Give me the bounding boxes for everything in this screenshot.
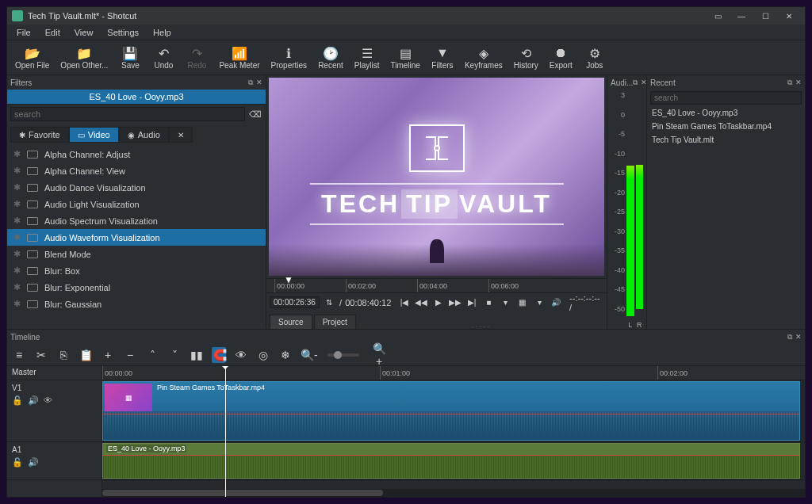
skip-start-button[interactable]: |◀ — [397, 296, 411, 310]
chip-video[interactable]: ▭Video — [69, 127, 119, 143]
lock-icon[interactable]: 🔓 — [12, 395, 23, 406]
recent-search-input[interactable] — [650, 91, 802, 105]
skip-end-button[interactable]: ▶| — [465, 296, 478, 310]
lock-icon[interactable]: 🔓 — [12, 457, 23, 468]
track-v1[interactable]: ▦Pin Steam Games ToTaskbar.mp4 — [102, 380, 805, 442]
snap-icon[interactable]: 🧲 — [212, 347, 226, 363]
preview-ruler[interactable]: ▼ 00:00:00 00:02:00 00:04:00 00:06:00 — [266, 278, 607, 292]
menu-view[interactable]: View — [68, 26, 100, 39]
filter-item[interactable]: ✱Alpha Channel: View — [7, 162, 266, 179]
filter-item[interactable]: ✱Blur: Exponential — [7, 279, 266, 296]
tc-stepper[interactable]: ⇅ — [323, 296, 336, 310]
timeline-scrollbar[interactable] — [102, 489, 805, 497]
rewind-button[interactable]: ◀◀ — [415, 296, 428, 310]
clear-search-icon[interactable]: ⌫ — [248, 107, 262, 121]
volume-button[interactable]: 🔊 — [550, 296, 563, 310]
timeline-button[interactable]: ▤Timeline — [386, 44, 425, 71]
star-icon[interactable]: ✱ — [13, 299, 21, 309]
close-button[interactable]: ✕ — [778, 9, 800, 23]
grid-button[interactable]: ▦ — [515, 296, 529, 310]
chip-favorite[interactable]: ✱Favorite — [10, 127, 69, 143]
recent-item[interactable]: Pin Steam Games ToTaskbar.mp4 — [647, 120, 805, 133]
filter-item[interactable]: ✱Audio Waveform Visualization — [7, 229, 266, 246]
track-header-a1[interactable]: A1🔓🔊 — [7, 442, 102, 480]
speaker-icon[interactable]: 🔊 — [28, 395, 39, 406]
timeline-ruler[interactable]: 00:00:0000:01:0000:02:00 — [102, 366, 805, 380]
filter-item[interactable]: ✱Audio Spectrum Visualization — [7, 212, 266, 229]
star-icon[interactable]: ✱ — [13, 232, 21, 242]
open-file-button[interactable]: 📂Open File — [10, 44, 54, 71]
copy-icon[interactable]: ⎘ — [56, 349, 71, 361]
minimize-button[interactable]: — — [730, 9, 753, 23]
tray-button[interactable]: ▭ — [707, 9, 729, 23]
panel-close-icon[interactable]: ✕ — [795, 78, 802, 87]
properties-button[interactable]: ℹProperties — [266, 44, 312, 71]
maximize-button[interactable]: ☐ — [754, 9, 776, 23]
menu-icon[interactable]: ≡ — [12, 349, 26, 361]
filter-item[interactable]: ✱Audio Light Visualization — [7, 196, 266, 212]
filter-list[interactable]: ✱Alpha Channel: Adjust✱Alpha Channel: Vi… — [7, 146, 266, 329]
star-icon[interactable]: ✱ — [13, 216, 21, 226]
filter-search-input[interactable] — [10, 107, 245, 121]
panel-close-icon[interactable]: ✕ — [795, 333, 802, 342]
audio-clip[interactable]: ES_40 Love - Ooyy.mp3 — [102, 443, 800, 479]
resize-handle[interactable]: . . . . . — [358, 321, 603, 329]
zoom-out-icon[interactable]: 🔍- — [301, 349, 315, 361]
ripple-icon[interactable]: ◎ — [256, 349, 270, 361]
menu-settings[interactable]: Settings — [101, 26, 145, 39]
menu-edit[interactable]: Edit — [39, 26, 67, 39]
grid-dropdown[interactable]: ▾ — [533, 296, 546, 310]
star-icon[interactable]: ✱ — [13, 249, 21, 259]
track-a1[interactable]: ES_40 Love - Ooyy.mp3 — [102, 442, 805, 480]
keyframes-button[interactable]: ◈Keyframes — [460, 44, 508, 71]
ripple-all-icon[interactable]: ❄ — [278, 349, 293, 361]
play-button[interactable]: ▶ — [431, 296, 445, 310]
filter-item[interactable]: ✱Blur: Box — [7, 262, 266, 279]
zoom-dropdown[interactable]: ▾ — [499, 296, 512, 310]
lift-icon[interactable]: ˄ — [145, 349, 159, 361]
tab-project[interactable]: Project — [314, 315, 356, 329]
overwrite-icon[interactable]: ˅ — [167, 349, 182, 361]
history-button[interactable]: ⟲History — [509, 44, 543, 71]
undo-button[interactable]: ↶Undo — [147, 44, 179, 71]
recent-item[interactable]: Tech Tip Vault.mlt — [647, 133, 805, 147]
stop-button[interactable]: ■ — [482, 296, 496, 310]
recent-button[interactable]: 🕑Recent — [313, 44, 348, 71]
panel-float-icon[interactable]: ⧉ — [248, 78, 253, 87]
open-other--button[interactable]: 📁Open Other... — [56, 44, 113, 71]
chip-close[interactable]: ✕ — [169, 127, 193, 143]
export-button[interactable]: ⏺Export — [545, 44, 577, 71]
jobs-button[interactable]: ⚙Jobs — [579, 44, 611, 71]
master-header[interactable]: Master — [7, 366, 102, 380]
split-icon[interactable]: ▮▮ — [190, 349, 204, 361]
star-icon[interactable]: ✱ — [13, 199, 21, 209]
chip-audio[interactable]: ◉Audio — [119, 127, 169, 143]
recent-item[interactable]: ES_40 Love - Ooyy.mp3 — [647, 106, 805, 120]
timeline-playhead[interactable] — [225, 366, 226, 497]
panel-float-icon[interactable]: ⧉ — [633, 78, 638, 87]
remove-icon[interactable]: − — [123, 349, 137, 361]
scrub-icon[interactable]: 👁 — [234, 349, 248, 361]
star-icon[interactable]: ✱ — [13, 282, 21, 292]
panel-close-icon[interactable]: ✕ — [256, 78, 262, 87]
zoom-slider[interactable] — [327, 353, 359, 357]
video-clip[interactable]: ▦Pin Steam Games ToTaskbar.mp4 — [102, 381, 800, 441]
menu-file[interactable]: File — [10, 26, 37, 39]
filter-item[interactable]: ✱Blur: Gaussian — [7, 296, 266, 312]
panel-float-icon[interactable]: ⧉ — [787, 78, 792, 87]
eye-icon[interactable]: 👁 — [44, 395, 52, 406]
current-timecode[interactable]: 00:00:26:36 — [270, 296, 320, 308]
preview-viewport[interactable]: TECHTIPVAULT — [269, 78, 604, 276]
star-icon[interactable]: ✱ — [13, 149, 21, 159]
star-icon[interactable]: ✱ — [13, 166, 21, 176]
add-icon[interactable]: + — [101, 349, 115, 361]
menu-help[interactable]: Help — [147, 26, 178, 39]
peak-meter-button[interactable]: 📶Peak Meter — [214, 44, 264, 71]
zoom-in-icon[interactable]: 🔍+ — [372, 342, 386, 368]
timeline-tracks-area[interactable]: 00:00:0000:01:0000:02:00 ▦Pin Steam Game… — [102, 366, 805, 497]
filter-item[interactable]: ✱Audio Dance Visualization — [7, 179, 266, 196]
speaker-icon[interactable]: 🔊 — [28, 457, 39, 468]
paste-icon[interactable]: 📋 — [79, 349, 93, 361]
panel-float-icon[interactable]: ⧉ — [787, 333, 792, 342]
cut-icon[interactable]: ✂ — [34, 349, 48, 361]
